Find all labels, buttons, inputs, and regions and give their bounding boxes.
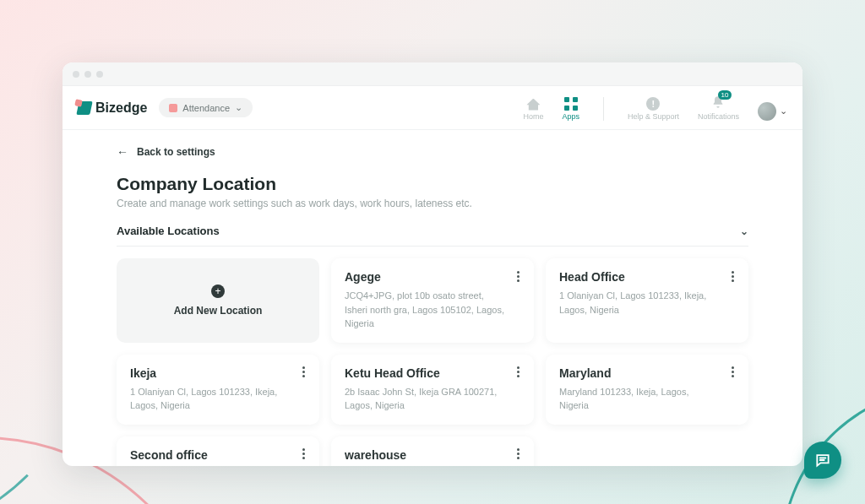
browser-window: Bizedge Attendance ⌄ Home Apps ! Help & … (63, 62, 802, 466)
brand-name: Bizedge (95, 100, 147, 116)
apps-icon (564, 97, 578, 111)
location-address: 1 Olaniyan Cl, Lagos 101233, Ikeja, Lago… (130, 385, 291, 413)
main-content: ← Back to settings Company Location Crea… (63, 130, 802, 466)
window-dot (73, 71, 79, 78)
chevron-down-icon: ⌄ (780, 106, 787, 117)
nav-help[interactable]: ! Help & Support (628, 97, 679, 121)
window-dot (84, 71, 91, 78)
nav-label: Apps (562, 112, 579, 121)
avatar (758, 102, 776, 121)
nav-label: Home (523, 112, 543, 121)
back-to-settings[interactable]: ← Back to settings (117, 145, 748, 159)
location-name: Maryland (559, 366, 735, 380)
nav-apps[interactable]: Apps (562, 97, 579, 121)
card-menu-button[interactable] (725, 268, 740, 284)
location-name: Ketu Head Office (345, 366, 520, 380)
browser-chrome-bar (63, 62, 802, 86)
card-menu-button[interactable] (510, 365, 525, 380)
nav-notifications[interactable]: 10 Notifications (698, 95, 739, 121)
chat-fab[interactable] (804, 442, 841, 479)
arrow-left-icon: ← (117, 145, 128, 159)
user-menu[interactable]: ⌄ (758, 102, 787, 121)
context-switcher[interactable]: Attendance ⌄ (159, 98, 253, 117)
chat-icon (814, 452, 831, 469)
location-card[interactable]: Agege JCQ4+JPG, plot 10b osato street, I… (331, 258, 534, 343)
brand-logo[interactable]: Bizedge (78, 100, 147, 116)
location-card[interactable]: Head Office 1 Olaniyan Cl, Lagos 101233,… (546, 258, 748, 343)
chevron-down-icon: ⌄ (235, 102, 242, 113)
location-card[interactable]: Maryland Maryland 101233, Ikeja, Lagos, … (546, 355, 748, 425)
nav-label: Notifications (698, 112, 739, 121)
location-address: Maryland 101233, Ikeja, Lagos, Nigeria (559, 385, 721, 413)
nav-divider (603, 97, 604, 121)
info-icon: ! (646, 97, 660, 111)
location-card[interactable]: Ketu Head Office 2b Isaac John St, Ikeja… (331, 355, 534, 425)
nav-label: Help & Support (628, 112, 679, 121)
add-location-label: Add New Location (174, 305, 263, 317)
window-dot (96, 71, 103, 78)
location-name: Agege (345, 270, 520, 284)
location-name: Head Office (559, 270, 735, 284)
chevron-down-icon: ⌄ (740, 225, 748, 237)
location-address: 2b Isaac John St, Ikeja GRA 100271, Lago… (345, 385, 506, 413)
location-name: Ikeja (130, 366, 306, 380)
nav-home[interactable]: Home (523, 99, 543, 121)
context-label: Attendance (182, 103, 230, 113)
locations-grid: + Add New Location Agege JCQ4+JPG, plot … (117, 258, 748, 466)
card-menu-button[interactable] (510, 268, 525, 284)
notification-badge: 10 (718, 90, 732, 100)
location-card[interactable]: warehouse 6 Victoria Adekoya St, Isheri … (331, 436, 534, 467)
location-address: JCQ4+JPG, plot 10b osato street, Isheri … (345, 289, 506, 331)
page-subtitle: Create and manage work settings such as … (117, 198, 748, 209)
location-card[interactable]: Ikeja 1 Olaniyan Cl, Lagos 101233, Ikeja… (117, 355, 319, 425)
topbar: Bizedge Attendance ⌄ Home Apps ! Help & … (63, 86, 802, 130)
plus-icon: + (211, 285, 225, 298)
section-available-locations[interactable]: Available Locations ⌄ (117, 225, 748, 247)
card-menu-button[interactable] (296, 365, 311, 380)
card-menu-button[interactable] (725, 365, 740, 380)
add-new-location[interactable]: + Add New Location (117, 258, 319, 343)
location-name: warehouse (345, 448, 520, 462)
back-label: Back to settings (137, 146, 215, 158)
page-title: Company Location (117, 174, 748, 194)
location-address: 1 Olaniyan Cl, Lagos 101233, Ikeja, Lago… (559, 289, 721, 317)
location-card[interactable]: Second office 1 Ojoko Rd, Olowora, Agege… (117, 436, 319, 467)
section-title: Available Locations (117, 225, 220, 237)
context-icon (169, 104, 177, 112)
card-menu-button[interactable] (510, 447, 525, 462)
home-icon (526, 99, 540, 111)
top-nav: Home Apps ! Help & Support 10 Notificati… (523, 95, 787, 121)
location-name: Second office (130, 448, 306, 462)
brand-logo-icon (78, 101, 91, 115)
card-menu-button[interactable] (296, 447, 311, 462)
